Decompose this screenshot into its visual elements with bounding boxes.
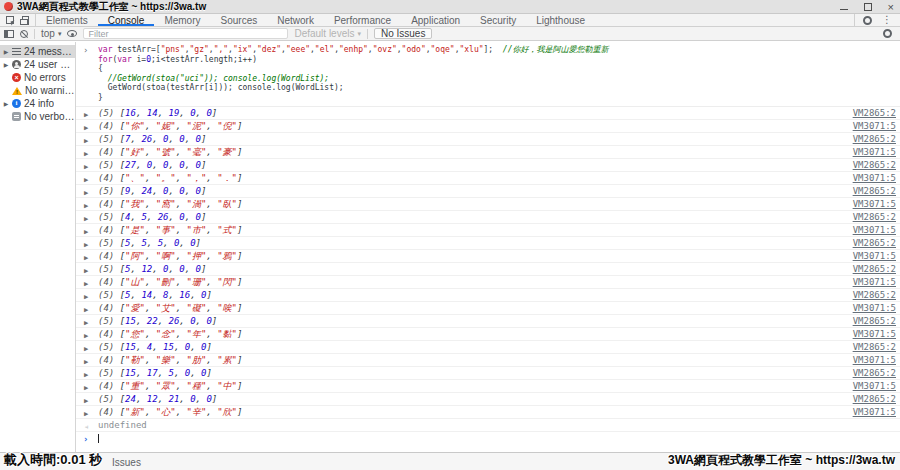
tab-performance[interactable]: Performance (324, 14, 401, 26)
sidebar-item-errors[interactable]: ×No errors (0, 71, 75, 84)
source-link[interactable]: VM3071:5 (853, 354, 896, 366)
source-link[interactable]: VM3071:5 (853, 328, 896, 340)
expand-triangle-icon[interactable]: ▶ (3, 61, 9, 68)
source-link[interactable]: VM2865:2 (853, 263, 896, 275)
array-preview: (5) [15, 4, 15, 0, 0] (98, 342, 212, 352)
console-messages: › var testArr=["pns","gz",",","ix","dez"… (76, 42, 900, 452)
live-expression-eye-icon[interactable] (67, 30, 77, 37)
source-link[interactable]: VM2865:2 (853, 107, 896, 119)
source-link[interactable]: VM2865:2 (853, 393, 896, 405)
expand-triangle-icon[interactable]: ▶ (84, 226, 88, 237)
inspect-element-icon[interactable] (6, 16, 14, 24)
device-toolbar-icon[interactable] (22, 16, 29, 25)
expand-triangle-icon[interactable]: ▶ (84, 395, 88, 406)
array-preview: (5) [5, 5, 5, 0, 0] (98, 238, 201, 248)
expand-triangle-icon[interactable]: ▶ (84, 122, 88, 133)
source-link[interactable]: VM3071:5 (853, 276, 896, 288)
source-link[interactable]: VM3071:5 (853, 224, 896, 236)
expand-triangle-icon[interactable]: ▶ (84, 317, 88, 328)
kebab-menu-icon[interactable]: ⋮ (882, 15, 892, 25)
tab-application[interactable]: Application (401, 14, 470, 26)
array-preview: (5) [16, 14, 19, 0, 0] (98, 108, 217, 118)
expand-triangle-icon[interactable]: ▶ (84, 278, 88, 289)
expand-triangle-icon[interactable]: ▶ (84, 239, 88, 250)
minimize-icon[interactable] (840, 9, 848, 10)
sidebar-item-warnings[interactable]: !No warnings (0, 84, 75, 97)
tab-sources[interactable]: Sources (211, 14, 268, 26)
source-link[interactable]: VM3071:5 (853, 198, 896, 210)
expand-triangle-icon[interactable]: ▶ (84, 369, 88, 380)
source-link[interactable]: VM3071:5 (853, 120, 896, 132)
expand-triangle-icon[interactable]: ▶ (84, 291, 88, 302)
maximize-icon[interactable] (864, 3, 872, 11)
expand-triangle-icon[interactable]: ▶ (84, 213, 88, 224)
expand-triangle-icon[interactable]: ▶ (84, 304, 88, 315)
tab-elements[interactable]: Elements (36, 14, 98, 26)
settings-gear-icon[interactable] (863, 16, 872, 25)
close-icon[interactable]: × (888, 3, 894, 11)
expand-triangle-icon[interactable]: ▶ (84, 265, 88, 276)
console-log-row: VM3071:5▶(4) ["阿", "啊", "押", "鴉"] (76, 250, 900, 263)
code-line: GetWord(stoa(testArr[i])); console.log(W… (98, 83, 900, 93)
context-selector[interactable]: top ▾ (41, 28, 61, 39)
sidebar-item-verbose[interactable]: No verbose (0, 110, 75, 123)
expand-triangle-icon[interactable]: ▶ (84, 356, 88, 367)
sidebar-item-user-messages[interactable]: ▶24 user mes… (0, 58, 75, 71)
expand-triangle-icon[interactable]: ▶ (84, 382, 88, 393)
source-link[interactable]: VM2865:2 (853, 237, 896, 249)
source-link[interactable]: VM2865:2 (853, 133, 896, 145)
code-line: { (98, 64, 900, 74)
tab-security[interactable]: Security (470, 14, 526, 26)
console-log-row: VM2865:2▶(5) [5, 14, 8, 16, 0] (76, 289, 900, 302)
source-link[interactable]: VM3071:5 (853, 406, 896, 418)
expand-triangle-icon[interactable]: ▶ (84, 252, 88, 263)
expand-triangle-icon[interactable]: ▶ (84, 343, 88, 354)
source-link[interactable]: VM3071:5 (853, 146, 896, 158)
tab-lighthouse[interactable]: Lighthouse (526, 14, 595, 26)
sidebar-item-messages[interactable]: ▶24 messages (0, 45, 75, 58)
user-icon (12, 60, 21, 69)
filter-input[interactable] (83, 28, 288, 39)
source-link[interactable]: VM2865:2 (853, 341, 896, 353)
expand-triangle-icon[interactable]: ▶ (84, 161, 88, 172)
source-link[interactable]: VM2865:2 (853, 159, 896, 171)
expand-triangle-icon[interactable]: ▶ (84, 330, 88, 341)
console-settings-gear-icon[interactable] (883, 29, 892, 38)
source-link[interactable]: VM2865:2 (853, 185, 896, 197)
log-levels-dropdown[interactable]: Default levels ▾ (294, 28, 361, 39)
sidebar-item-label: 24 info (24, 98, 54, 109)
console-prompt[interactable]: › (76, 432, 900, 445)
expand-triangle-icon[interactable]: ▶ (84, 148, 88, 159)
expand-triangle-icon[interactable]: ▶ (84, 200, 88, 211)
expand-triangle-icon[interactable]: ▶ (84, 187, 88, 198)
source-link[interactable]: VM2865:2 (853, 315, 896, 327)
source-link[interactable]: VM3071:5 (853, 250, 896, 262)
no-issues-button[interactable]: No Issues (374, 28, 432, 39)
console-sidebar-toggle-icon[interactable] (4, 30, 14, 38)
source-link[interactable]: VM2865:2 (853, 289, 896, 301)
expand-triangle-icon[interactable]: ▶ (84, 408, 88, 419)
verbose-icon (12, 112, 21, 121)
tab-network[interactable]: Network (267, 14, 324, 26)
tab-console[interactable]: Console (98, 14, 155, 26)
expand-triangle-icon[interactable]: ▶ (3, 100, 9, 107)
array-preview: (4) ["你", "妮", "泥", "倪"] (98, 121, 242, 131)
clear-console-icon[interactable] (20, 30, 28, 38)
tab-memory[interactable]: Memory (154, 14, 210, 26)
source-link[interactable]: VM2865:2 (853, 367, 896, 379)
issues-drawer-label[interactable]: Issues (112, 457, 141, 468)
source-link[interactable]: VM3071:5 (853, 302, 896, 314)
source-link[interactable]: VM3071:5 (853, 172, 896, 184)
expand-triangle-icon[interactable]: ▶ (3, 48, 9, 55)
source-link[interactable]: VM3071:5 (853, 380, 896, 392)
source-link[interactable]: VM2865:2 (853, 211, 896, 223)
code-line: } (98, 93, 900, 103)
console-main: ▶24 messages▶24 user mes…×No errors!No w… (0, 42, 900, 452)
expand-triangle-icon[interactable]: ▶ (84, 174, 88, 185)
array-preview: (4) ["山", "刪", "珊", "閃"] (98, 277, 242, 287)
chevron-down-icon: ▾ (58, 30, 62, 38)
devtools-right-icons: ⋮ (854, 14, 900, 26)
expand-triangle-icon[interactable]: ▶ (84, 135, 88, 146)
expand-triangle-icon[interactable]: ▶ (84, 109, 88, 120)
sidebar-item-info[interactable]: ▶i24 info (0, 97, 75, 110)
